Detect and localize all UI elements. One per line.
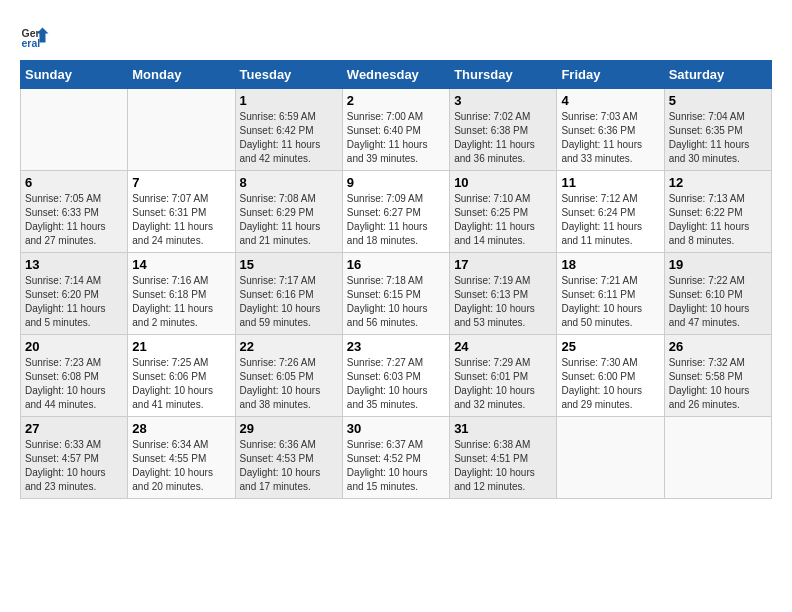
calendar-cell: 8 Sunrise: 7:08 AMSunset: 6:29 PMDayligh… [235, 171, 342, 253]
day-number: 3 [454, 93, 552, 108]
day-info: Sunrise: 7:04 AMSunset: 6:35 PMDaylight:… [669, 111, 750, 164]
day-info: Sunrise: 6:36 AMSunset: 4:53 PMDaylight:… [240, 439, 321, 492]
calendar-cell: 17 Sunrise: 7:19 AMSunset: 6:13 PMDaylig… [450, 253, 557, 335]
calendar-cell: 11 Sunrise: 7:12 AMSunset: 6:24 PMDaylig… [557, 171, 664, 253]
day-info: Sunrise: 7:22 AMSunset: 6:10 PMDaylight:… [669, 275, 750, 328]
calendar-cell: 18 Sunrise: 7:21 AMSunset: 6:11 PMDaylig… [557, 253, 664, 335]
day-info: Sunrise: 7:07 AMSunset: 6:31 PMDaylight:… [132, 193, 213, 246]
calendar-cell: 12 Sunrise: 7:13 AMSunset: 6:22 PMDaylig… [664, 171, 771, 253]
day-number: 19 [669, 257, 767, 272]
weekday-header: Wednesday [342, 61, 449, 89]
day-number: 14 [132, 257, 230, 272]
calendar-cell [557, 417, 664, 499]
day-info: Sunrise: 7:10 AMSunset: 6:25 PMDaylight:… [454, 193, 535, 246]
calendar-cell: 9 Sunrise: 7:09 AMSunset: 6:27 PMDayligh… [342, 171, 449, 253]
svg-text:eral: eral [22, 37, 41, 49]
day-number: 15 [240, 257, 338, 272]
day-number: 25 [561, 339, 659, 354]
weekday-header: Monday [128, 61, 235, 89]
day-number: 6 [25, 175, 123, 190]
day-number: 18 [561, 257, 659, 272]
calendar-cell: 2 Sunrise: 7:00 AMSunset: 6:40 PMDayligh… [342, 89, 449, 171]
day-number: 24 [454, 339, 552, 354]
calendar-cell: 20 Sunrise: 7:23 AMSunset: 6:08 PMDaylig… [21, 335, 128, 417]
day-info: Sunrise: 7:05 AMSunset: 6:33 PMDaylight:… [25, 193, 106, 246]
calendar-cell: 4 Sunrise: 7:03 AMSunset: 6:36 PMDayligh… [557, 89, 664, 171]
day-info: Sunrise: 7:03 AMSunset: 6:36 PMDaylight:… [561, 111, 642, 164]
day-info: Sunrise: 7:14 AMSunset: 6:20 PMDaylight:… [25, 275, 106, 328]
weekday-header: Thursday [450, 61, 557, 89]
day-number: 20 [25, 339, 123, 354]
day-info: Sunrise: 7:25 AMSunset: 6:06 PMDaylight:… [132, 357, 213, 410]
logo-icon: Gen eral [20, 20, 50, 50]
day-info: Sunrise: 7:00 AMSunset: 6:40 PMDaylight:… [347, 111, 428, 164]
calendar-cell [21, 89, 128, 171]
day-number: 30 [347, 421, 445, 436]
calendar-cell: 1 Sunrise: 6:59 AMSunset: 6:42 PMDayligh… [235, 89, 342, 171]
day-info: Sunrise: 7:17 AMSunset: 6:16 PMDaylight:… [240, 275, 321, 328]
calendar-cell: 24 Sunrise: 7:29 AMSunset: 6:01 PMDaylig… [450, 335, 557, 417]
day-number: 31 [454, 421, 552, 436]
calendar-cell: 30 Sunrise: 6:37 AMSunset: 4:52 PMDaylig… [342, 417, 449, 499]
day-info: Sunrise: 7:19 AMSunset: 6:13 PMDaylight:… [454, 275, 535, 328]
day-info: Sunrise: 6:37 AMSunset: 4:52 PMDaylight:… [347, 439, 428, 492]
calendar-cell: 27 Sunrise: 6:33 AMSunset: 4:57 PMDaylig… [21, 417, 128, 499]
calendar-cell: 5 Sunrise: 7:04 AMSunset: 6:35 PMDayligh… [664, 89, 771, 171]
day-number: 1 [240, 93, 338, 108]
day-info: Sunrise: 7:23 AMSunset: 6:08 PMDaylight:… [25, 357, 106, 410]
day-number: 27 [25, 421, 123, 436]
day-number: 29 [240, 421, 338, 436]
calendar-cell: 28 Sunrise: 6:34 AMSunset: 4:55 PMDaylig… [128, 417, 235, 499]
day-number: 22 [240, 339, 338, 354]
weekday-header: Saturday [664, 61, 771, 89]
calendar-cell [664, 417, 771, 499]
day-number: 2 [347, 93, 445, 108]
day-number: 12 [669, 175, 767, 190]
day-info: Sunrise: 7:26 AMSunset: 6:05 PMDaylight:… [240, 357, 321, 410]
calendar-cell: 10 Sunrise: 7:10 AMSunset: 6:25 PMDaylig… [450, 171, 557, 253]
calendar-cell: 13 Sunrise: 7:14 AMSunset: 6:20 PMDaylig… [21, 253, 128, 335]
calendar-cell: 16 Sunrise: 7:18 AMSunset: 6:15 PMDaylig… [342, 253, 449, 335]
logo: Gen eral [20, 20, 52, 50]
day-number: 4 [561, 93, 659, 108]
weekday-header: Sunday [21, 61, 128, 89]
calendar-cell: 29 Sunrise: 6:36 AMSunset: 4:53 PMDaylig… [235, 417, 342, 499]
day-info: Sunrise: 6:33 AMSunset: 4:57 PMDaylight:… [25, 439, 106, 492]
calendar-cell: 31 Sunrise: 6:38 AMSunset: 4:51 PMDaylig… [450, 417, 557, 499]
day-number: 26 [669, 339, 767, 354]
day-info: Sunrise: 7:08 AMSunset: 6:29 PMDaylight:… [240, 193, 321, 246]
day-info: Sunrise: 7:13 AMSunset: 6:22 PMDaylight:… [669, 193, 750, 246]
calendar-cell: 15 Sunrise: 7:17 AMSunset: 6:16 PMDaylig… [235, 253, 342, 335]
calendar-cell: 7 Sunrise: 7:07 AMSunset: 6:31 PMDayligh… [128, 171, 235, 253]
calendar-cell: 26 Sunrise: 7:32 AMSunset: 5:58 PMDaylig… [664, 335, 771, 417]
day-number: 16 [347, 257, 445, 272]
weekday-header: Tuesday [235, 61, 342, 89]
calendar-cell: 25 Sunrise: 7:30 AMSunset: 6:00 PMDaylig… [557, 335, 664, 417]
day-info: Sunrise: 6:38 AMSunset: 4:51 PMDaylight:… [454, 439, 535, 492]
calendar-cell: 23 Sunrise: 7:27 AMSunset: 6:03 PMDaylig… [342, 335, 449, 417]
calendar-cell: 19 Sunrise: 7:22 AMSunset: 6:10 PMDaylig… [664, 253, 771, 335]
day-info: Sunrise: 6:59 AMSunset: 6:42 PMDaylight:… [240, 111, 321, 164]
day-number: 9 [347, 175, 445, 190]
day-info: Sunrise: 7:21 AMSunset: 6:11 PMDaylight:… [561, 275, 642, 328]
calendar-cell: 22 Sunrise: 7:26 AMSunset: 6:05 PMDaylig… [235, 335, 342, 417]
day-number: 5 [669, 93, 767, 108]
day-info: Sunrise: 7:09 AMSunset: 6:27 PMDaylight:… [347, 193, 428, 246]
day-number: 10 [454, 175, 552, 190]
calendar-cell: 14 Sunrise: 7:16 AMSunset: 6:18 PMDaylig… [128, 253, 235, 335]
day-info: Sunrise: 7:29 AMSunset: 6:01 PMDaylight:… [454, 357, 535, 410]
calendar-cell: 6 Sunrise: 7:05 AMSunset: 6:33 PMDayligh… [21, 171, 128, 253]
day-number: 28 [132, 421, 230, 436]
day-info: Sunrise: 7:12 AMSunset: 6:24 PMDaylight:… [561, 193, 642, 246]
calendar-cell: 3 Sunrise: 7:02 AMSunset: 6:38 PMDayligh… [450, 89, 557, 171]
day-number: 17 [454, 257, 552, 272]
day-number: 11 [561, 175, 659, 190]
day-number: 7 [132, 175, 230, 190]
day-info: Sunrise: 7:30 AMSunset: 6:00 PMDaylight:… [561, 357, 642, 410]
day-number: 23 [347, 339, 445, 354]
day-info: Sunrise: 6:34 AMSunset: 4:55 PMDaylight:… [132, 439, 213, 492]
day-info: Sunrise: 7:18 AMSunset: 6:15 PMDaylight:… [347, 275, 428, 328]
day-number: 21 [132, 339, 230, 354]
page-header: Gen eral [20, 20, 772, 50]
calendar-cell: 21 Sunrise: 7:25 AMSunset: 6:06 PMDaylig… [128, 335, 235, 417]
